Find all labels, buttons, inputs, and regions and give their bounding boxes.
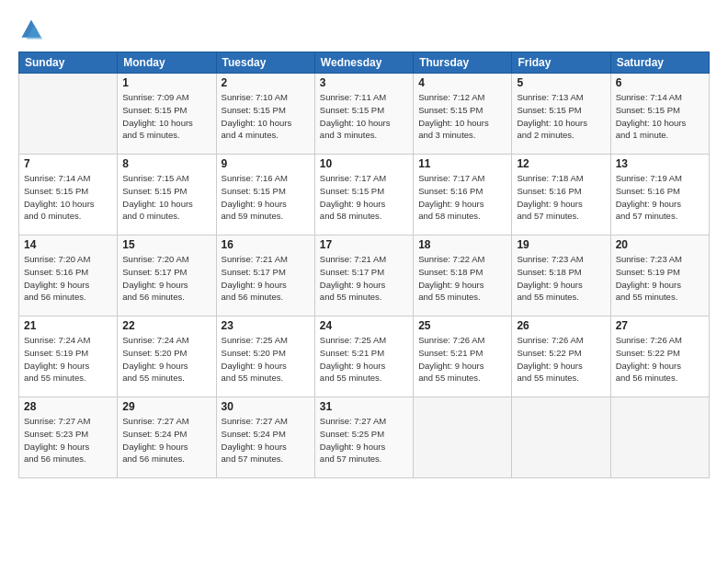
day-number: 17 [320,238,408,251]
calendar-cell: 27Sunrise: 7:26 AM Sunset: 5:22 PM Dayli… [610,316,709,397]
day-info: Sunrise: 7:16 AM Sunset: 5:15 PM Dayligh… [222,172,310,223]
calendar-cell: 29Sunrise: 7:27 AM Sunset: 5:24 PM Dayli… [118,397,216,478]
day-number: 24 [320,319,408,332]
day-number: 13 [616,157,704,170]
calendar-cell [610,397,709,478]
day-number: 5 [517,76,605,89]
day-info: Sunrise: 7:27 AM Sunset: 5:24 PM Dayligh… [122,415,210,465]
day-number: 16 [222,238,310,251]
weekday-header: Sunday [19,52,118,74]
day-number: 18 [418,238,506,251]
day-number: 30 [222,400,310,413]
day-number: 10 [320,157,408,170]
day-info: Sunrise: 7:21 AM Sunset: 5:17 PM Dayligh… [320,253,408,304]
day-number: 3 [320,76,408,89]
day-info: Sunrise: 7:20 AM Sunset: 5:16 PM Dayligh… [24,253,112,304]
day-info: Sunrise: 7:20 AM Sunset: 5:17 PM Dayligh… [122,253,210,304]
calendar-cell: 9Sunrise: 7:16 AM Sunset: 5:15 PM Daylig… [216,155,314,236]
day-info: Sunrise: 7:17 AM Sunset: 5:15 PM Dayligh… [320,172,408,223]
day-number: 31 [320,400,408,413]
calendar-week-row: 28Sunrise: 7:27 AM Sunset: 5:23 PM Dayli… [19,397,710,478]
calendar-cell [414,397,512,478]
weekday-header: Monday [118,52,216,74]
day-info: Sunrise: 7:23 AM Sunset: 5:18 PM Dayligh… [517,253,605,304]
calendar-cell: 3Sunrise: 7:11 AM Sunset: 5:15 PM Daylig… [314,74,413,155]
calendar-cell: 28Sunrise: 7:27 AM Sunset: 5:23 PM Dayli… [19,397,118,478]
day-info: Sunrise: 7:15 AM Sunset: 5:15 PM Dayligh… [122,172,210,223]
weekday-header: Saturday [610,52,709,74]
day-number: 12 [517,157,605,170]
calendar-cell: 13Sunrise: 7:19 AM Sunset: 5:16 PM Dayli… [610,155,709,236]
day-number: 8 [122,157,210,170]
calendar-cell: 21Sunrise: 7:24 AM Sunset: 5:19 PM Dayli… [19,316,118,397]
day-number: 27 [616,319,704,332]
day-info: Sunrise: 7:26 AM Sunset: 5:21 PM Dayligh… [418,334,506,385]
day-info: Sunrise: 7:27 AM Sunset: 5:23 PM Dayligh… [24,415,112,465]
day-info: Sunrise: 7:21 AM Sunset: 5:17 PM Dayligh… [222,253,310,304]
day-number: 20 [616,238,704,251]
weekday-header: Friday [512,52,610,74]
weekday-header: Wednesday [314,52,413,74]
day-info: Sunrise: 7:09 AM Sunset: 5:15 PM Dayligh… [122,91,210,142]
calendar-cell: 14Sunrise: 7:20 AM Sunset: 5:16 PM Dayli… [19,236,118,316]
calendar-cell: 2Sunrise: 7:10 AM Sunset: 5:15 PM Daylig… [216,74,314,155]
day-number: 6 [616,76,704,89]
calendar-cell: 4Sunrise: 7:12 AM Sunset: 5:15 PM Daylig… [414,74,512,155]
day-number: 21 [24,319,112,332]
day-info: Sunrise: 7:10 AM Sunset: 5:15 PM Dayligh… [222,91,310,142]
day-info: Sunrise: 7:17 AM Sunset: 5:16 PM Dayligh… [418,172,506,223]
day-info: Sunrise: 7:25 AM Sunset: 5:21 PM Dayligh… [320,334,408,385]
day-info: Sunrise: 7:27 AM Sunset: 5:24 PM Dayligh… [222,415,310,465]
weekday-header: Thursday [414,52,512,74]
day-info: Sunrise: 7:14 AM Sunset: 5:15 PM Dayligh… [616,91,704,142]
day-number: 1 [122,76,210,89]
calendar-body: 1Sunrise: 7:09 AM Sunset: 5:15 PM Daylig… [19,74,710,478]
day-number: 11 [418,157,506,170]
calendar-week-row: 21Sunrise: 7:24 AM Sunset: 5:19 PM Dayli… [19,316,710,397]
calendar-header: SundayMondayTuesdayWednesdayThursdayFrid… [19,52,710,74]
calendar-cell: 25Sunrise: 7:26 AM Sunset: 5:21 PM Dayli… [414,316,512,397]
calendar-cell: 12Sunrise: 7:18 AM Sunset: 5:16 PM Dayli… [512,155,610,236]
day-info: Sunrise: 7:23 AM Sunset: 5:19 PM Dayligh… [616,253,704,304]
day-info: Sunrise: 7:24 AM Sunset: 5:19 PM Dayligh… [24,334,112,385]
day-number: 4 [418,76,506,89]
day-number: 9 [222,157,310,170]
day-info: Sunrise: 7:12 AM Sunset: 5:15 PM Dayligh… [418,91,506,142]
calendar-cell: 15Sunrise: 7:20 AM Sunset: 5:17 PM Dayli… [118,236,216,316]
calendar-cell: 7Sunrise: 7:14 AM Sunset: 5:15 PM Daylig… [19,155,118,236]
header [18,17,710,42]
day-info: Sunrise: 7:11 AM Sunset: 5:15 PM Dayligh… [320,91,408,142]
weekday-row: SundayMondayTuesdayWednesdayThursdayFrid… [19,52,710,74]
day-number: 25 [418,319,506,332]
page: SundayMondayTuesdayWednesdayThursdayFrid… [0,0,728,563]
day-info: Sunrise: 7:26 AM Sunset: 5:22 PM Dayligh… [616,334,704,385]
calendar-table: SundayMondayTuesdayWednesdayThursdayFrid… [18,52,710,478]
calendar-cell: 26Sunrise: 7:26 AM Sunset: 5:22 PM Dayli… [512,316,610,397]
calendar-cell: 20Sunrise: 7:23 AM Sunset: 5:19 PM Dayli… [610,236,709,316]
day-number: 7 [24,157,112,170]
day-number: 19 [517,238,605,251]
calendar-cell: 16Sunrise: 7:21 AM Sunset: 5:17 PM Dayli… [216,236,314,316]
calendar-cell [19,74,118,155]
calendar-cell: 18Sunrise: 7:22 AM Sunset: 5:18 PM Dayli… [414,236,512,316]
calendar-cell: 11Sunrise: 7:17 AM Sunset: 5:16 PM Dayli… [414,155,512,236]
day-info: Sunrise: 7:25 AM Sunset: 5:20 PM Dayligh… [222,334,310,385]
calendar-cell: 6Sunrise: 7:14 AM Sunset: 5:15 PM Daylig… [610,74,709,155]
calendar-week-row: 14Sunrise: 7:20 AM Sunset: 5:16 PM Dayli… [19,236,710,316]
day-info: Sunrise: 7:19 AM Sunset: 5:16 PM Dayligh… [616,172,704,223]
day-number: 28 [24,400,112,413]
day-number: 23 [222,319,310,332]
calendar-cell: 5Sunrise: 7:13 AM Sunset: 5:15 PM Daylig… [512,74,610,155]
calendar-cell: 22Sunrise: 7:24 AM Sunset: 5:20 PM Dayli… [118,316,216,397]
calendar-week-row: 1Sunrise: 7:09 AM Sunset: 5:15 PM Daylig… [19,74,710,155]
day-number: 14 [24,238,112,251]
day-number: 29 [122,400,210,413]
calendar-cell: 23Sunrise: 7:25 AM Sunset: 5:20 PM Dayli… [216,316,314,397]
calendar-cell: 8Sunrise: 7:15 AM Sunset: 5:15 PM Daylig… [118,155,216,236]
calendar-cell: 24Sunrise: 7:25 AM Sunset: 5:21 PM Dayli… [314,316,413,397]
calendar-cell: 31Sunrise: 7:27 AM Sunset: 5:25 PM Dayli… [314,397,413,478]
calendar-week-row: 7Sunrise: 7:14 AM Sunset: 5:15 PM Daylig… [19,155,710,236]
calendar-cell: 19Sunrise: 7:23 AM Sunset: 5:18 PM Dayli… [512,236,610,316]
day-info: Sunrise: 7:24 AM Sunset: 5:20 PM Dayligh… [122,334,210,385]
day-number: 15 [122,238,210,251]
